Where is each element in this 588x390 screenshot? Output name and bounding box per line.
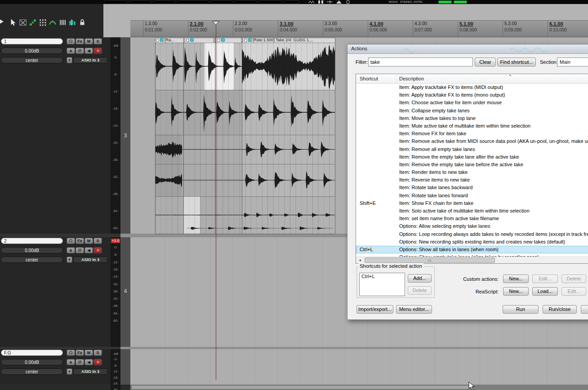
column-header-shortcut[interactable]: Shortcut [360,76,378,81]
item-info-icon[interactable]: i [248,38,252,42]
action-row[interactable]: Shift+EItem: Show FX chain for item take [356,199,588,207]
actions-rows[interactable]: Item: Apply track/take FX to items (MIDI… [356,84,588,257]
take-waveform[interactable] [182,135,242,164]
track-name-field[interactable]: F.G [1,350,63,356]
action-row[interactable]: Item: Render items to new take [356,168,588,176]
transport-icon[interactable] [335,0,343,4]
section-select[interactable]: Main ▼ [557,58,588,66]
shortcut-list-item[interactable]: Ctrl+L [360,273,405,279]
volume-field[interactable]: 0.00dB [1,48,63,54]
pan-field[interactable]: center [1,368,63,375]
item-grouping-icon[interactable] [29,18,37,27]
pan-field[interactable]: center [1,257,63,263]
docked-toolbar-button[interactable] [235,0,258,4]
fx-button[interactable]: Fx [76,38,84,44]
record-input-field[interactable]: ASIO In 3 [73,57,107,63]
action-row[interactable]: Item: Remove all empty take lanes [356,146,588,153]
monitor-button[interactable]: ◀ [85,48,93,54]
transport-icon[interactable] [308,0,316,4]
custom-delete-button[interactable]: Delete [561,275,586,283]
action-row[interactable]: Item: Remove the empty take lane before … [356,161,588,168]
monitor-button[interactable]: ◀ [85,247,93,253]
take-waveform[interactable] [242,90,335,135]
track-divider[interactable] [120,347,588,349]
reascript-edit-button[interactable]: Edit... [561,287,586,296]
delete-shortcut-button[interactable]: Delete [408,286,432,295]
scrollbar-thumb[interactable] [131,385,470,390]
scroll-left-icon[interactable]: ◀ [356,257,364,263]
docked-toolbar-button[interactable] [153,0,176,4]
pointer-tool-icon[interactable] [9,18,17,27]
action-row[interactable]: Item: Remove active take from MIDI sourc… [356,137,588,145]
take-waveform[interactable] [155,196,183,234]
take-waveform[interactable] [155,164,182,196]
item-info-icon[interactable]: i [160,38,164,42]
take-waveform[interactable] [155,135,182,164]
take-circle-icon[interactable] [217,39,220,42]
action-row[interactable]: Item: Solo active take of multitake item… [356,207,588,215]
track-name-field[interactable]: 1 [1,38,63,44]
record-input-field[interactable]: ASIO In 3 [73,368,107,375]
record-arm-button[interactable] [94,359,102,365]
action-row[interactable]: Ctrl+LOptions: Show all takes in lanes (… [356,246,588,253]
take-waveform[interactable] [155,90,183,135]
item-info-icon[interactable]: i [190,38,194,42]
pan-field[interactable]: center [1,57,63,63]
run-close-button[interactable]: Run/close [543,305,577,314]
transport-icon[interactable] [326,0,334,4]
dialog-titlebar[interactable]: Actions [347,44,588,54]
docked-toolbar-button[interactable] [129,0,151,4]
close-button-partial[interactable] [581,305,588,314]
take-circle-icon[interactable] [186,39,189,42]
action-row[interactable]: Item: Mute active take of multitake item… [356,122,588,130]
action-row[interactable]: Options: Loop recording always adds take… [356,230,588,238]
mute-button[interactable]: M [85,38,93,44]
take-waveform[interactable] [242,164,335,196]
action-row[interactable]: Item: Collapse empty take lanes [356,107,588,115]
transport-icon[interactable] [317,0,325,4]
column-header-description[interactable]: Description [399,76,424,81]
take-waveform[interactable] [182,164,242,196]
solo-button[interactable]: S [94,238,102,244]
input-dropdown-icon[interactable]: ▼ [67,257,72,263]
solo-button[interactable]: S [94,38,102,44]
power-button[interactable] [67,38,75,44]
record-input-field[interactable]: ASIO In 3 [73,257,107,263]
item-info-icon[interactable]: i [221,38,225,42]
untrl-button[interactable]: UNTRL [413,0,423,3]
phase-button[interactable]: ∅ [76,48,84,54]
action-row[interactable]: Item: Rotate take lanes backward [356,184,588,191]
envelope-button[interactable]: ∧ [67,359,75,365]
snap-lines-icon[interactable] [58,18,67,27]
power-button[interactable] [67,350,75,356]
action-row[interactable]: Item: Apply track/take FX to items (MIDI… [356,84,588,91]
track-name-field[interactable]: 2 [1,238,63,244]
take-waveform[interactable] [242,43,335,90]
metronome-icon[interactable] [68,18,76,27]
playhead-marker-icon[interactable] [212,21,220,27]
take-circle-icon[interactable] [156,39,159,42]
track-divider[interactable] [0,234,120,237]
action-row[interactable]: Item: Rotate take lanes forward [356,192,588,199]
transport-icon[interactable] [344,0,352,4]
run-button[interactable]: Run [503,305,539,314]
action-row[interactable]: Item: Apply track/take FX to items (mono… [356,91,588,99]
action-row[interactable]: Item: Remove the empty take lane after t… [356,153,588,161]
custom-new-button[interactable]: New... [503,275,529,283]
docked-toolbar-button[interactable] [105,0,127,4]
envelope-button[interactable]: ∧ [67,48,75,54]
record-arm-button[interactable] [94,48,102,54]
crossfade-icon[interactable] [19,18,27,27]
add-shortcut-button[interactable]: Add... [408,274,432,283]
docked-toolbar-button[interactable] [211,0,233,4]
column-separator[interactable] [396,75,396,82]
action-row[interactable]: Options: Allow selecting empty take lane… [356,222,588,230]
take-waveform[interactable] [215,90,242,135]
action-row[interactable]: Item: set item name from active take fil… [356,215,588,222]
arrange-hscrollbar[interactable] [130,385,588,390]
import-export-button[interactable]: Import/export... [356,305,393,314]
take-waveform[interactable] [242,135,335,164]
monitor-button[interactable]: ◀ [85,359,93,365]
action-row[interactable]: Item: Remove FX for item take [356,130,588,137]
envelope-button[interactable]: ∧ [67,247,75,253]
